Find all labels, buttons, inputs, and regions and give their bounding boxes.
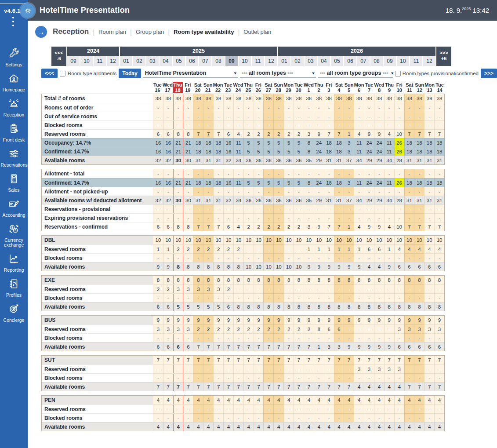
sidebar-item-reporting[interactable]: Reporting <box>0 253 28 273</box>
tab-group-plan[interactable]: Group plan <box>136 29 164 35</box>
grid-cell: 4 <box>414 244 424 253</box>
month-2026-12[interactable]: 12 <box>423 56 435 66</box>
grid-cell: 18 <box>213 147 223 156</box>
period-prev-button[interactable]: <<<-6 <box>51 47 66 66</box>
month-2024-10[interactable]: 10 <box>80 56 93 66</box>
grid-cell: 29 <box>374 156 384 164</box>
sidebar-item-reservations[interactable]: Reservations <box>0 148 28 168</box>
grid-cell: 9 <box>434 316 444 324</box>
month-2026-10[interactable]: 10 <box>397 56 409 66</box>
tab-outlet-plan[interactable]: Outlet plan <box>243 29 271 35</box>
grid-cell: 5 <box>294 138 304 147</box>
grid-cell: 8 <box>344 276 354 284</box>
grid-cell: - <box>254 364 264 373</box>
month-2025-10[interactable]: 10 <box>239 56 251 66</box>
month-2026-11[interactable]: 11 <box>410 56 422 66</box>
month-2025-08[interactable]: 08 <box>212 56 225 66</box>
month-2026-05[interactable]: 05 <box>331 56 343 66</box>
sidebar-item-settings[interactable]: Settings <box>0 47 28 67</box>
grid-cell: 10 <box>193 236 203 244</box>
tab-room-type-availability[interactable]: Room type availability <box>174 29 234 35</box>
grid-cell: 5 <box>283 138 294 147</box>
room-type-groups-select[interactable]: --- all room type groups ---∨ <box>318 69 393 78</box>
grid-cell: 29 <box>314 156 324 164</box>
month-2026-03[interactable]: 03 <box>305 56 317 66</box>
month-2026-04[interactable]: 04 <box>318 56 330 66</box>
grid-cell: - <box>243 413 254 422</box>
menu-kebab-icon[interactable] <box>12 17 14 26</box>
sidebar-item-homepage[interactable]: Homepage <box>0 73 28 92</box>
scroll-forward-button[interactable]: >>> <box>481 69 497 78</box>
grid-cell: 31 <box>434 196 444 204</box>
month-2025-01[interactable]: 01 <box>120 56 132 66</box>
sidebar-item-front-desk[interactable]: Front desk <box>0 123 28 142</box>
room-type-allotments-checkbox[interactable] <box>60 71 65 76</box>
month-2026-02[interactable]: 02 <box>291 56 304 66</box>
grid-cell: - <box>263 244 273 253</box>
grid-cell: - <box>354 373 364 382</box>
sidebar-item-accounting[interactable]: Accounting <box>0 198 28 218</box>
grid-cell: 2 <box>223 244 233 253</box>
grid-cell: 8 <box>324 302 334 311</box>
month-2025-05[interactable]: 05 <box>173 56 185 66</box>
month-2025-12[interactable]: 12 <box>265 56 277 66</box>
gear-icon[interactable] <box>21 4 35 18</box>
grid-cell: - <box>223 169 233 178</box>
month-2026-09[interactable]: 09 <box>384 56 396 66</box>
grid-cell: - <box>374 413 384 422</box>
month-2025-06[interactable]: 06 <box>186 56 198 66</box>
month-2025-02[interactable]: 02 <box>133 56 145 66</box>
grid-cell: 1 <box>344 244 354 253</box>
month-2024-09[interactable]: 09 <box>67 56 80 66</box>
grid-cell: - <box>364 213 374 222</box>
room-types-select[interactable]: --- all room types ---∨ <box>240 69 316 78</box>
grid-cell: - <box>173 120 183 129</box>
sidebar-item-concierge[interactable]: Concierge <box>0 303 28 323</box>
grid-cell: - <box>404 112 414 120</box>
sidebar-item-label: Currency exchange <box>1 238 27 248</box>
period-next-button[interactable]: >>>+6 <box>436 47 451 66</box>
provisional-confirmed-checkbox[interactable] <box>395 71 401 76</box>
grid-cell: - <box>163 187 173 196</box>
month-2025-04[interactable]: 04 <box>160 56 172 66</box>
day-name: Tue <box>294 82 304 87</box>
month-2026-08[interactable]: 08 <box>370 56 383 66</box>
grid-cell: 32 <box>223 156 233 164</box>
grid-cell: 8 <box>404 276 414 284</box>
sidebar-item-reception[interactable]: Reception <box>0 98 28 117</box>
sidebar-item-profiles[interactable]: Profiles <box>0 278 28 298</box>
grid-cell: - <box>384 213 394 222</box>
month-2025-09[interactable]: 09 <box>225 56 238 66</box>
month-2025-11[interactable]: 11 <box>252 56 264 66</box>
month-2025-03[interactable]: 03 <box>146 56 159 66</box>
grid-cell: - <box>384 169 394 178</box>
grid-cell: 7 <box>414 129 424 138</box>
scroll-back-button[interactable]: <<< <box>41 69 58 78</box>
grid-cell: - <box>334 213 344 222</box>
month-2026-07[interactable]: 07 <box>357 56 370 66</box>
month-2024-11[interactable]: 11 <box>94 56 106 66</box>
grid-cell: 9 <box>334 316 344 324</box>
today-button[interactable]: Today <box>119 69 141 78</box>
grid-cell: - <box>334 373 344 382</box>
month-2026-06[interactable]: 06 <box>344 56 356 66</box>
grid-cell: - <box>294 187 304 196</box>
grid-cell: - <box>294 213 304 222</box>
grid-cell: 5 <box>213 302 223 311</box>
grid-cell: - <box>434 103 444 112</box>
tab-room-plan[interactable]: Room plan <box>98 29 126 35</box>
grid-cell: 2 <box>233 324 243 333</box>
sidebar-item-sales[interactable]: Sales <box>0 173 28 193</box>
grid-cell: 4 <box>173 422 183 431</box>
grid-cell: 18 <box>203 178 213 187</box>
month-2026-01[interactable]: 01 <box>278 56 290 66</box>
grid-cell: 9 <box>254 316 264 324</box>
grid-cell: - <box>233 213 243 222</box>
hotel-select[interactable]: HotelTime Presentation∨ <box>143 69 238 78</box>
section-arrow-icon[interactable]: → <box>35 26 47 38</box>
month-2024-12[interactable]: 12 <box>107 56 119 66</box>
sidebar-item-currency-exchange[interactable]: $€Currency exchange <box>0 223 28 248</box>
month-2025-07[interactable]: 07 <box>199 56 211 66</box>
grid-cell: 9 <box>364 222 374 231</box>
grid-cell: 2 <box>203 324 213 333</box>
